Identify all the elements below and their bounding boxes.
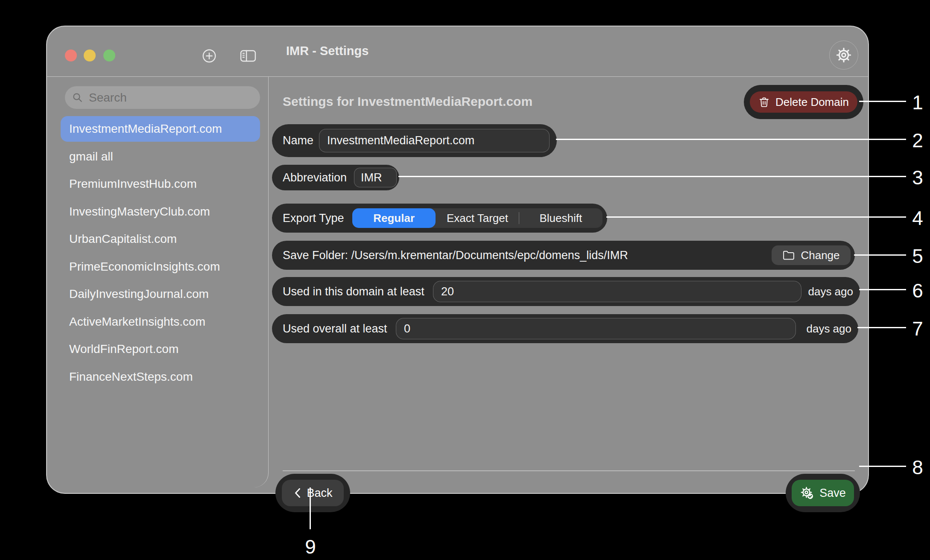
abbreviation-value: IMR [361, 171, 382, 184]
sidebar-item-domain[interactable]: ActiveMarketInsights.com [61, 309, 260, 335]
search-input[interactable]: Search [65, 86, 260, 109]
save-folder-path: Save Folder: /Users/m.krementar/Document… [283, 241, 628, 270]
minimize-traffic-light[interactable] [84, 50, 96, 61]
used-overall-row: Used overall at least 0 days ago [272, 314, 858, 343]
leader-line-8 [859, 466, 906, 467]
used-overall-value: 0 [404, 322, 410, 335]
sidebar-item-domain[interactable]: WorldFinReport.com [61, 336, 260, 362]
leader-line-5 [854, 254, 906, 256]
leader-line-3 [398, 176, 906, 177]
search-placeholder: Search [89, 91, 127, 105]
name-row: Name InvestmentMediaReport.com [272, 124, 557, 157]
save-gear-check-icon [800, 486, 814, 500]
close-traffic-light[interactable] [65, 50, 77, 61]
annotation-number-4: 4 [904, 207, 930, 230]
used-overall-suffix: days ago [806, 314, 851, 343]
leader-line-2 [556, 139, 906, 140]
change-folder-button[interactable]: Change [772, 245, 851, 265]
trash-icon [758, 96, 770, 108]
chevron-left-icon [293, 487, 302, 499]
annotation-number-7: 7 [904, 317, 930, 340]
save-button-capsule: Save [786, 474, 860, 512]
annotation-number-8: 8 [904, 456, 930, 479]
export-type-option-label: Blueshift [539, 212, 582, 225]
leader-line-4 [606, 216, 906, 218]
sidebar-item-domain[interactable]: gmail all [61, 144, 260, 169]
page-title: IMR - Settings [286, 26, 368, 75]
export-type-option-label: Exact Target [447, 212, 508, 225]
sidebar-item-label: UrbanCapitalist.com [69, 232, 177, 246]
sidebar-item-label: FinanceNextSteps.com [69, 370, 193, 384]
sidebar-item-domain[interactable]: UrbanCapitalist.com [61, 226, 260, 252]
save-button[interactable]: Save [792, 480, 854, 506]
export-type-option[interactable]: Blueshift [519, 208, 602, 228]
toggle-sidebar-button[interactable] [240, 49, 257, 63]
used-in-domain-row: Used in this domain at least 20 days ago [272, 277, 860, 306]
plus-icon [201, 48, 217, 64]
export-type-option-label: Regular [373, 212, 415, 225]
maximize-traffic-light[interactable] [103, 50, 115, 61]
annotation-number-5: 5 [904, 245, 930, 268]
change-folder-label: Change [801, 249, 839, 262]
settings-button[interactable] [829, 41, 858, 70]
settings-heading: Settings for InvestmentMediaReport.com [283, 94, 532, 109]
sidebar-item-domain[interactable]: PremiumInvestHub.com [61, 171, 260, 197]
app-window: IMR - Settings Search InvestmentMediaRep… [46, 26, 869, 494]
leader-line-9 [310, 487, 311, 529]
export-type-option[interactable]: Exact Target [436, 208, 519, 228]
annotation-number-3: 3 [904, 166, 930, 189]
annotation-number-2: 2 [904, 129, 930, 152]
add-domain-button[interactable] [201, 48, 217, 64]
export-type-segmented-control: Regular Exact Target Blueshift [352, 208, 602, 228]
delete-domain-capsule: Delete Domain [744, 85, 863, 119]
sidebar-item-label: DailyInvestingJournal.com [69, 287, 209, 301]
domain-list: InvestmentMediaReport.com gmail all Prem… [61, 116, 260, 391]
name-label: Name [283, 124, 313, 157]
sidebar-item-label: WorldFinReport.com [69, 342, 178, 356]
used-in-domain-field[interactable]: 20 [433, 281, 801, 302]
sidebar-toggle-icon [240, 49, 257, 63]
annotation-number-9: 9 [297, 535, 324, 558]
used-in-domain-label: Used in this domain at least [283, 277, 424, 306]
gear-icon [835, 47, 852, 64]
search-icon [72, 92, 83, 103]
sidebar-item-domain[interactable]: FinanceNextSteps.com [61, 364, 260, 390]
sidebar-item-label: PrimeEconomicInsights.com [69, 260, 220, 274]
folder-icon [782, 250, 795, 261]
used-overall-field[interactable]: 0 [396, 318, 796, 339]
sidebar-item-domain[interactable]: DailyInvestingJournal.com [61, 281, 260, 307]
delete-domain-button[interactable]: Delete Domain [750, 91, 857, 113]
back-button[interactable]: Back [282, 480, 344, 506]
name-field[interactable]: InvestmentMediaReport.com [319, 129, 550, 152]
sidebar-item-domain[interactable]: InvestmentMediaReport.com [61, 116, 260, 142]
save-folder-row: Save Folder: /Users/m.krementar/Document… [272, 241, 855, 270]
sidebar-item-domain[interactable]: InvestingMasteryClub.com [61, 199, 260, 225]
save-label: Save [819, 487, 846, 500]
export-type-label: Export Type [283, 204, 344, 233]
sidebar-item-label: gmail all [69, 150, 113, 163]
used-in-domain-value: 20 [441, 285, 454, 298]
leader-line-7 [857, 327, 906, 328]
export-type-row: Export Type Regular Exact Target Blueshi… [272, 204, 607, 233]
used-overall-label: Used overall at least [283, 314, 387, 343]
sidebar-item-label: InvestmentMediaReport.com [69, 122, 222, 136]
abbreviation-row: Abbreviation IMR [272, 165, 399, 190]
back-button-capsule: Back [275, 474, 350, 512]
sidebar-item-domain[interactable]: PrimeEconomicInsights.com [61, 254, 260, 280]
used-in-domain-suffix: days ago [808, 277, 853, 306]
sidebar-item-label: ActiveMarketInsights.com [69, 315, 205, 329]
sidebar: Search InvestmentMediaReport.com gmail a… [47, 77, 269, 487]
leader-line-6 [859, 289, 906, 290]
leader-line-1 [859, 101, 906, 102]
name-value: InvestmentMediaReport.com [327, 134, 474, 147]
title-bar: IMR - Settings [47, 26, 868, 77]
footer-divider [283, 470, 855, 471]
abbreviation-field[interactable]: IMR [354, 168, 397, 187]
annotation-number-1: 1 [904, 91, 930, 114]
annotation-number-6: 6 [904, 279, 930, 302]
export-type-option[interactable]: Regular [352, 208, 436, 228]
sidebar-item-label: PremiumInvestHub.com [69, 177, 197, 191]
delete-domain-label: Delete Domain [775, 96, 849, 109]
sidebar-item-label: InvestingMasteryClub.com [69, 205, 210, 219]
abbreviation-label: Abbreviation [283, 165, 347, 190]
